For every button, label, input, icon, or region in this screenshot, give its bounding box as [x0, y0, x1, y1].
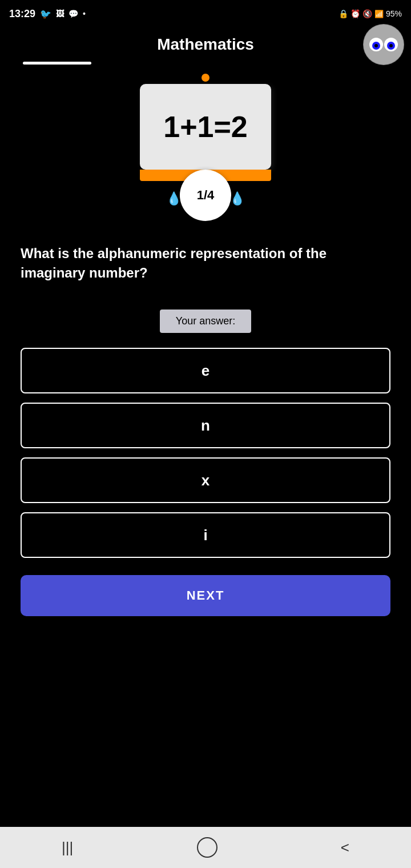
option-n[interactable]: n — [21, 403, 390, 448]
photo-icon: 🖼 — [56, 9, 64, 18]
lock-icon: 🔒 — [339, 9, 348, 18]
option-n-label: n — [201, 417, 210, 435]
progress-bar — [23, 62, 91, 65]
next-button-container: NEXT — [0, 564, 411, 625]
nav-bar: ||| < — [0, 827, 411, 868]
whiteboard-section: 1+1=2 1/4 💧 💧 — [0, 74, 411, 221]
whiteboard: 1+1=2 — [140, 84, 271, 170]
status-time: 13:29 🐦 🖼 💬 • — [9, 8, 86, 20]
battery-display: 95% — [386, 9, 402, 18]
alarm-icon: ⏰ — [350, 9, 360, 18]
time-display: 13:29 — [9, 8, 35, 20]
option-i-label: i — [203, 527, 207, 544]
option-e-label: e — [202, 362, 209, 380]
dot-indicator: • — [83, 9, 86, 18]
next-button[interactable]: NEXT — [21, 575, 390, 616]
nav-home-icon[interactable] — [197, 837, 217, 858]
option-i[interactable]: i — [21, 512, 390, 558]
status-bar: 13:29 🐦 🖼 💬 • 🔒 ⏰ 🔇 📶 95% — [0, 0, 411, 27]
twitter-icon: 🐦 — [40, 9, 51, 19]
signal-icon: 📶 — [374, 10, 384, 18]
options-container: e n x i — [0, 342, 411, 564]
mute-icon: 🔇 — [362, 9, 372, 18]
whiteboard-equation: 1+1=2 — [163, 110, 248, 144]
svg-point-6 — [389, 44, 393, 47]
whiteboard-counter-area: 1/4 💧 💧 — [140, 181, 271, 221]
option-x[interactable]: x — [21, 457, 390, 503]
teardrop-right: 💧 — [229, 191, 245, 206]
answer-label: Your answer: — [160, 310, 251, 333]
teardrop-left: 💧 — [166, 191, 182, 206]
question-section: What is the alphanumeric representation … — [0, 221, 411, 294]
page-title: Mathematics — [157, 35, 254, 54]
svg-point-5 — [374, 44, 378, 47]
orange-dot — [202, 74, 209, 82]
status-icons: 🔒 ⏰ 🔇 📶 95% — [339, 9, 402, 18]
answer-label-container: Your answer: — [21, 310, 390, 333]
progress-bar-container — [0, 62, 411, 65]
avatar — [363, 24, 404, 65]
counter-text: 1/4 — [197, 188, 215, 203]
nav-menu-icon[interactable]: ||| — [62, 839, 73, 857]
nav-back-icon[interactable]: < — [341, 839, 349, 857]
whatsapp-icon: 💬 — [68, 9, 78, 18]
option-e[interactable]: e — [21, 348, 390, 393]
counter-circle: 1/4 — [180, 170, 231, 221]
option-x-label: x — [202, 472, 209, 489]
question-text: What is the alphanumeric representation … — [21, 246, 327, 280]
header: Mathematics — [0, 27, 411, 62]
